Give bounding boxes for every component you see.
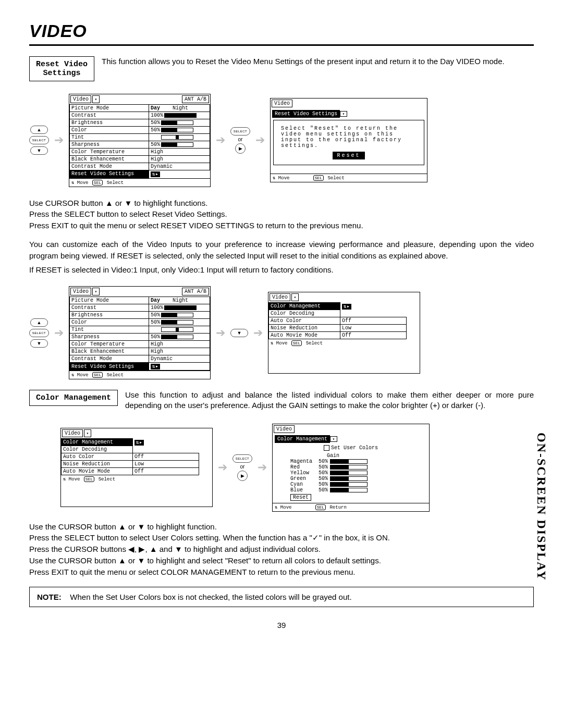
osd-footer: ⇅ Move SEL Return [273,503,429,511]
feature-desc: Use this function to adjust and balance … [125,390,534,411]
osd-source: ANT A/B [182,288,209,295]
feature-label: Color Management [29,390,118,406]
cursor-down-button[interactable]: ▼ [230,329,248,337]
select-button[interactable]: SELECT [232,454,252,463]
row-sharpness[interactable]: Sharpness [70,141,149,149]
row-color-temp[interactable]: Color Temperature [70,341,149,348]
row-color[interactable]: Color [70,127,149,134]
reset-colors-button[interactable]: Reset [290,494,311,501]
row-auto-movie[interactable]: Auto Movie Mode [62,468,133,475]
arrow-icon: ➔ [253,326,263,340]
instruction: Use the CURSOR button ▲ or ▼ to highligh… [29,555,534,566]
osd-footer: ⇅ Move SEL Select [271,174,427,182]
cursor-down-button[interactable]: ▼ [30,339,48,348]
section-label: ON-SCREEN DISPLAY [534,433,548,581]
checkbox-set-user-colors[interactable] [324,445,329,451]
row-picture-mode[interactable]: Picture Mode [70,297,149,304]
row-sharpness[interactable]: Sharpness [70,334,149,341]
arrow-icon: ➔ [216,133,225,147]
gain-row-green[interactable]: Green50% [275,476,427,482]
arrow-icon: ➔ [218,461,227,474]
dropdown-icon[interactable]: ▾ [291,293,299,301]
row-contrast-mode[interactable]: Contrast Mode [70,163,149,170]
row-brightness[interactable]: Brightness [70,119,149,127]
row-reset-video[interactable]: Reset Video Settings [70,363,149,371]
dropdown-icon[interactable]: ▾ [340,111,347,117]
row-black-enh[interactable]: Black Enhancement [70,156,149,163]
cursor-up-button[interactable]: ▲ [30,318,48,327]
osd-subtitle[interactable]: Reset Video Settings [272,110,340,118]
select-button[interactable]: SELECT [29,136,49,144]
row-noise-reduction[interactable]: Noise Reduction [62,461,133,468]
row-color-decoding[interactable]: Color Decoding [62,446,133,453]
osd-title: Video [62,429,83,437]
row-color-management[interactable]: Color Management [269,303,340,310]
select-button[interactable]: SELECT [230,127,250,135]
instruction: Press EXIT to quit the menu or select RE… [29,220,534,231]
gain-row-yellow[interactable]: Yellow50% [275,470,427,476]
osd-footer: ⇅ Move SEL Select [61,475,212,483]
osd-video-menu: Video ▾ ANT A/B Picture ModeDay Night Co… [69,94,211,187]
instruction: Press the SELECT button to select Reset … [29,208,534,220]
row-black-enh[interactable]: Black Enhancement [70,348,149,355]
cursor-up-button[interactable]: ▲ [30,126,48,134]
page-title: VIDEO [29,21,534,41]
row-color-decoding[interactable]: Color Decoding [269,310,340,317]
row-picture-mode[interactable]: Picture Mode [70,105,149,112]
osd-video-menu-2: Video ▾ ANT A/B Picture ModeDay Night Co… [69,286,211,379]
dropdown-icon[interactable]: ▾ [92,288,100,295]
dropdown-icon[interactable]: ▾ [84,429,91,437]
row-tint[interactable]: Tint [70,134,149,141]
row-contrast[interactable]: Contrast [70,112,149,119]
row-contrast[interactable]: Contrast [70,304,149,312]
osd-subtitle[interactable]: Color Management [275,435,330,443]
select-button[interactable]: SELECT [29,329,49,337]
note-text: When the Set User Colors box is not chec… [70,593,351,601]
set-user-colors-label: Set User Colors [331,445,378,451]
gain-header: Gain [327,453,427,459]
row-color-management[interactable]: Color Management [62,439,133,446]
remote-buttons: ▲ SELECT ▼ [29,318,49,348]
page-number: 39 [29,621,534,630]
osd-title: Video [274,425,295,433]
osd-cm-list: Video ▾ Color Management⇅▸ Color Decodin… [268,292,420,374]
row-tint[interactable]: Tint [70,326,149,334]
feature-desc: This function allows you to Reset the Vi… [102,56,505,67]
osd-cm-list-2: Video ▾ Color Management⇅▸ Color Decodin… [60,428,213,507]
osd-source: ANT A/B [182,95,209,103]
row-brightness[interactable]: Brightness [70,312,149,319]
row-auto-color[interactable]: Auto Color [269,317,340,325]
row-reset-video[interactable]: Reset Video Settings [70,170,149,178]
paragraph: You can customize each of the Video Inpu… [29,239,534,262]
cursor-right-button[interactable]: ▶ [237,471,248,481]
cursor-right-button[interactable]: ▶ [235,143,246,154]
row-contrast-mode[interactable]: Contrast Mode [70,355,149,363]
instruction: Press the SELECT button to select User C… [29,532,534,544]
osd-footer: ⇅ Move SEL Select [268,339,420,347]
arrow-icon: ➔ [258,461,267,474]
gain-row-cyan[interactable]: Cyan50% [275,482,427,487]
gain-row-blue[interactable]: Blue50% [275,487,427,493]
cursor-down-button[interactable]: ▼ [30,146,48,155]
reset-button[interactable]: Reset [333,152,365,159]
row-noise-reduction[interactable]: Noise Reduction [269,325,340,332]
arrow-icon: ➔ [54,133,64,147]
osd-title: Video [270,293,290,301]
gain-row-magenta[interactable]: Magenta50% [275,459,427,464]
row-auto-color[interactable]: Auto Color [62,453,133,461]
row-color[interactable]: Color [70,319,149,326]
instruction: Press EXIT to quit the menu or select CO… [29,566,534,578]
row-auto-movie[interactable]: Auto Movie Mode [269,332,340,339]
dialog-message: Select "Reset" to return the video menu … [281,126,417,149]
diagram-to-cm: ▲ SELECT ▼ ➔ Video ▾ ANT A/B Picture Mod… [29,286,534,379]
osd-reset-dialog: Video Reset Video Settings▾ Select "Rese… [270,98,427,182]
gain-row-red[interactable]: Red50% [275,464,427,470]
dropdown-icon[interactable]: ▾ [92,95,100,103]
feature-reset-video: Reset Video Settings This function allow… [29,56,534,81]
row-color-temp[interactable]: Color Temperature [70,149,149,156]
osd-title: Video [70,95,91,103]
dropdown-icon[interactable]: ▾ [330,436,337,442]
osd-title: Video [70,288,91,295]
osd-footer: ⇅ Move SEL Select [69,371,210,379]
connector: SELECT or ▶ [230,127,250,154]
